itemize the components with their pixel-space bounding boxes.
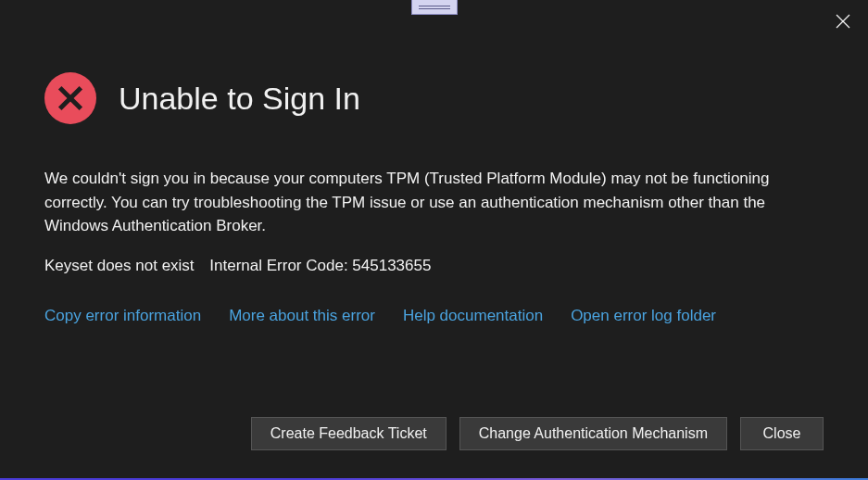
drag-handle-grip	[419, 6, 450, 9]
error-code-line: Keyset does not exist Internal Error Cod…	[44, 257, 824, 275]
close-dialog-button[interactable]	[835, 13, 851, 30]
error-code: Internal Error Code: 545133655	[209, 257, 431, 275]
close-icon	[836, 14, 850, 29]
error-message: Keyset does not exist	[44, 257, 195, 275]
help-docs-link[interactable]: Help documentation	[403, 307, 543, 325]
error-icon	[44, 72, 96, 124]
open-log-link[interactable]: Open error log folder	[571, 307, 716, 325]
x-icon	[55, 82, 86, 114]
copy-error-link[interactable]: Copy error information	[44, 307, 201, 325]
change-auth-button[interactable]: Change Authentication Mechanism	[459, 417, 727, 450]
dialog-title: Unable to Sign In	[119, 81, 360, 117]
dialog-body-text: We couldn't sign you in because your com…	[44, 167, 824, 238]
more-about-link[interactable]: More about this error	[229, 307, 375, 325]
dialog-header: Unable to Sign In	[44, 72, 824, 124]
button-row: Create Feedback Ticket Change Authentica…	[251, 417, 824, 450]
close-button[interactable]: Close	[740, 417, 824, 450]
window-drag-handle[interactable]	[411, 0, 458, 15]
links-row: Copy error information More about this e…	[44, 307, 824, 325]
create-feedback-button[interactable]: Create Feedback Ticket	[251, 417, 447, 450]
